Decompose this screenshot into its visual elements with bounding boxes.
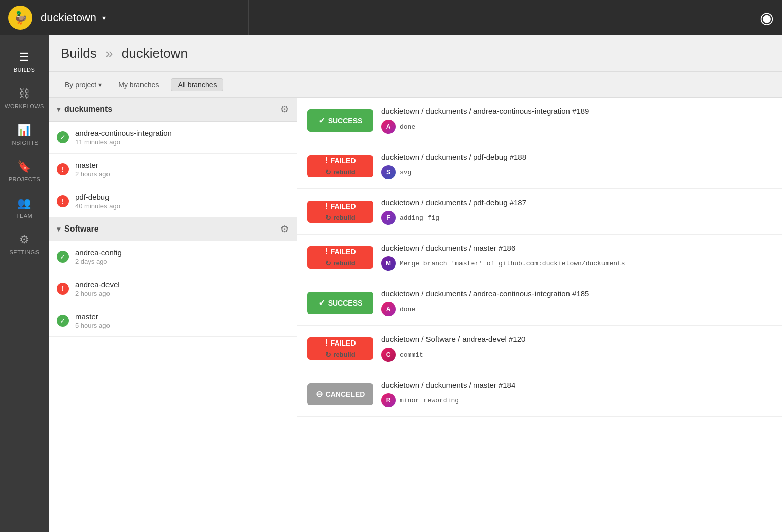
commit-msg-b185: done bbox=[400, 306, 415, 313]
branch-status-failed-icon-2: ! bbox=[57, 195, 69, 207]
failed-exclamation-icon-4: ! bbox=[325, 338, 327, 348]
build-row-b189[interactable]: ✓ SUCCESS duckietown / duckuments / andr… bbox=[297, 98, 782, 143]
sidebar-item-builds[interactable]: ☰ BUILDS bbox=[0, 44, 49, 80]
sidebar-label-insights: INSIGHTS bbox=[10, 140, 39, 146]
builds-icon: ☰ bbox=[19, 51, 30, 64]
build-title-b188: duckietown / duckuments / pdf-debug #188 bbox=[381, 153, 772, 161]
rebuild-row-b186[interactable]: ↻ rebuild bbox=[325, 259, 355, 268]
build-status-label-b185: SUCCESS bbox=[328, 299, 363, 307]
rebuild-row-b120[interactable]: ↻ rebuild bbox=[325, 351, 355, 359]
build-meta-b184: R minor rewording bbox=[381, 393, 772, 407]
page-title: Builds » duckietown bbox=[61, 46, 770, 61]
branch-item-andrea-devel[interactable]: ! andrea-devel 2 hours ago bbox=[49, 273, 297, 305]
build-row-b184[interactable]: ⊖ CANCELED duckietown / duckuments / mas… bbox=[297, 371, 782, 417]
build-row-b188[interactable]: ! FAILED ↻ rebuild duckietown / duckumen… bbox=[297, 143, 782, 189]
by-project-button[interactable]: By project ▾ bbox=[61, 79, 106, 91]
branch-item-master-sw[interactable]: ✓ master 5 hours ago bbox=[49, 305, 297, 337]
branch-info-andrea-devel: andrea-devel 2 hours ago bbox=[75, 280, 289, 297]
sidebar-item-workflows[interactable]: ⛓ WORKFLOWS bbox=[0, 80, 49, 117]
sidebar-item-projects[interactable]: 🔖 PROJECTS bbox=[0, 153, 49, 189]
by-project-label: By project bbox=[65, 81, 96, 89]
ci-icon[interactable]: ◉ bbox=[760, 8, 774, 27]
build-status-label-b186: FAILED bbox=[331, 248, 356, 256]
success-check-icon-2: ✓ bbox=[318, 298, 325, 308]
build-details-b120: duckietown / Software / andrea-devel #12… bbox=[381, 335, 772, 362]
build-badge-b189: ✓ SUCCESS bbox=[307, 109, 373, 132]
sidebar-item-team[interactable]: 👥 TEAM bbox=[0, 189, 49, 226]
build-meta-b188: S svg bbox=[381, 165, 772, 179]
org-chevron-icon[interactable]: ▾ bbox=[102, 14, 106, 22]
branch-name-andrea-config: andrea-config bbox=[75, 248, 289, 257]
branch-status-success-icon-3: ✓ bbox=[57, 315, 69, 327]
build-row-b185[interactable]: ✓ SUCCESS duckietown / duckuments / andr… bbox=[297, 280, 782, 326]
body-panels: ▾ duckuments ⚙ ✓ andrea-continous-integr… bbox=[49, 98, 782, 532]
rebuild-row-b187[interactable]: ↻ rebuild bbox=[325, 214, 355, 222]
branch-item-andrea-ci[interactable]: ✓ andrea-continous-integration 11 minute… bbox=[49, 122, 297, 154]
org-title[interactable]: duckietown bbox=[41, 11, 96, 24]
sidebar-label-builds: BUILDS bbox=[14, 67, 35, 73]
branch-status-success-icon-2: ✓ bbox=[57, 251, 69, 263]
commit-msg-b189: done bbox=[400, 123, 415, 131]
project-breadcrumb[interactable]: duckietown bbox=[122, 46, 188, 61]
build-status-label-b187: FAILED bbox=[331, 202, 356, 210]
rebuild-icon-b120: ↻ bbox=[325, 351, 331, 359]
branch-item-pdf-debug[interactable]: ! pdf-debug 40 minutes ago bbox=[49, 185, 297, 217]
logo[interactable]: 🦆 bbox=[8, 6, 32, 30]
avatar-b184: R bbox=[381, 393, 396, 407]
my-branches-label: My branches bbox=[118, 81, 159, 89]
build-details-b185: duckietown / duckuments / andrea-contino… bbox=[381, 289, 772, 316]
build-title-b120: duckietown / Software / andrea-devel #12… bbox=[381, 335, 772, 344]
group-chevron-icon-2: ▾ bbox=[57, 225, 60, 233]
build-meta-b186: M Merge branch 'master' of github.com:du… bbox=[381, 256, 772, 271]
build-details-b184: duckietown / duckuments / master #184 R … bbox=[381, 381, 772, 407]
branch-info-andrea-ci: andrea-continous-integration 11 minutes … bbox=[75, 129, 289, 146]
failed-exclamation-icon: ! bbox=[325, 156, 327, 165]
my-branches-button[interactable]: My branches bbox=[114, 79, 163, 91]
rebuild-label-b186: rebuild bbox=[333, 259, 355, 267]
builds-panel: ✓ SUCCESS duckietown / duckuments / andr… bbox=[297, 98, 782, 532]
group-settings-icon-duckuments[interactable]: ⚙ bbox=[280, 104, 289, 115]
rebuild-row-b188[interactable]: ↻ rebuild bbox=[325, 168, 355, 176]
build-badge-b120: ! FAILED ↻ rebuild bbox=[307, 337, 373, 360]
branch-item-master-duck[interactable]: ! master 2 hours ago bbox=[49, 154, 297, 185]
build-meta-b185: A done bbox=[381, 302, 772, 316]
rebuild-label-b187: rebuild bbox=[333, 214, 355, 221]
build-badge-b185: ✓ SUCCESS bbox=[307, 292, 373, 314]
group-title-duckuments[interactable]: ▾ duckuments bbox=[57, 105, 112, 114]
settings-icon: ⚙ bbox=[19, 233, 30, 246]
canceled-icon: ⊖ bbox=[316, 389, 323, 399]
build-row-b186[interactable]: ! FAILED ↻ rebuild duckietown / duckumen… bbox=[297, 235, 782, 280]
build-title-b185: duckietown / duckuments / andrea-contino… bbox=[381, 289, 772, 298]
avatar-b185: A bbox=[381, 302, 396, 316]
build-row-b120[interactable]: ! FAILED ↻ rebuild duckietown / Software… bbox=[297, 326, 782, 371]
build-status-label-b188: FAILED bbox=[331, 157, 356, 165]
insights-icon: 📊 bbox=[17, 124, 31, 137]
build-badge-b186: ! FAILED ↻ rebuild bbox=[307, 246, 373, 269]
group-title-software[interactable]: ▾ Software bbox=[57, 224, 99, 234]
group-settings-icon-software[interactable]: ⚙ bbox=[280, 223, 289, 235]
branch-name-master-duck: master bbox=[75, 161, 289, 169]
build-details-b186: duckietown / duckuments / master #186 M … bbox=[381, 244, 772, 271]
branch-name-andrea-ci: andrea-continous-integration bbox=[75, 129, 289, 137]
top-navbar: 🦆 duckietown ▾ ◉ bbox=[0, 0, 782, 35]
build-badge-b184: ⊖ CANCELED bbox=[307, 383, 373, 405]
branch-status-success-icon: ✓ bbox=[57, 131, 69, 143]
branch-time-pdf-debug: 40 minutes ago bbox=[75, 202, 289, 210]
builds-breadcrumb[interactable]: Builds bbox=[61, 46, 97, 61]
branch-status-failed-icon: ! bbox=[57, 163, 69, 175]
all-branches-button[interactable]: All branches bbox=[171, 78, 223, 91]
filter-bar: By project ▾ My branches All branches bbox=[49, 72, 782, 98]
success-check-icon: ✓ bbox=[318, 116, 325, 125]
avatar-b188: S bbox=[381, 165, 396, 179]
build-title-b186: duckietown / duckuments / master #186 bbox=[381, 244, 772, 252]
sidebar-item-insights[interactable]: 📊 INSIGHTS bbox=[0, 117, 49, 153]
rebuild-icon-b186: ↻ bbox=[325, 259, 331, 268]
build-details-b187: duckietown / duckuments / pdf-debug #187… bbox=[381, 198, 772, 225]
branch-time-andrea-config: 2 days ago bbox=[75, 258, 289, 265]
sidebar-item-settings[interactable]: ⚙ SETTINGS bbox=[0, 226, 49, 262]
branch-item-andrea-config[interactable]: ✓ andrea-config 2 days ago bbox=[49, 241, 297, 273]
build-row-b187[interactable]: ! FAILED ↻ rebuild duckietown / duckumen… bbox=[297, 189, 782, 235]
commit-msg-b120: commit bbox=[400, 351, 423, 359]
sidebar: ☰ BUILDS ⛓ WORKFLOWS 📊 INSIGHTS 🔖 PROJEC… bbox=[0, 35, 49, 532]
branch-time-andrea-devel: 2 hours ago bbox=[75, 290, 289, 297]
